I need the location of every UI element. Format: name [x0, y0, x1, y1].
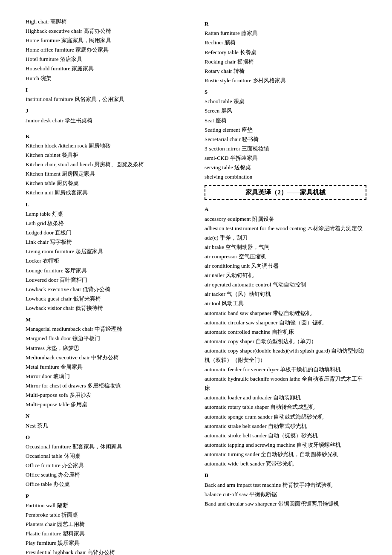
list-item: Lowback executive chair 低背办公椅	[26, 285, 187, 294]
list-item: Occasional furniture 配套家具，休闲家具	[26, 442, 187, 451]
list-item: air operated automatic control 气动自动控制	[205, 280, 366, 289]
list-item: automatic loader and unloader 自动装卸机	[205, 393, 366, 402]
list-item: Kitchen block /kitchen rock 厨房地砖	[26, 141, 187, 150]
list-item: Highback executive chair 高背办公椅	[26, 26, 187, 36]
section-letter: B	[205, 470, 366, 480]
list-item: Kitchen fitment 厨房固定家具	[26, 169, 187, 179]
list-item: automatic wide-belt sander 宽带砂光机	[205, 459, 366, 468]
list-item: automatic feeder for veneer dryer 单板干燥机的…	[205, 365, 366, 374]
list-item: Lath grid 板条格	[26, 219, 187, 228]
list-item: automatic circular saw sharpener 自动锉（圆）锯…	[205, 318, 366, 327]
section-letter: P	[26, 491, 187, 501]
list-item: Hutch 碗架	[26, 74, 187, 83]
list-item: Mirror door 玻璃门	[26, 372, 187, 381]
list-item: Multi-purpose table 多用桌	[26, 400, 187, 409]
list-item: automatic turning sander 全自动砂光机，自动圆棒砂光机	[205, 450, 366, 459]
list-item: air brake 空气制动器，气闸	[205, 243, 366, 252]
list-item: automatic copy shaper(double heads)(with…	[205, 346, 366, 365]
right-column: RRattan furniture 藤家具Recliner 躺椅Refector…	[205, 17, 366, 555]
list-item: Play furniture 娱乐家具	[26, 538, 187, 548]
section-letter: K	[26, 131, 187, 141]
list-item: air conditioning unit 风向调节器	[205, 261, 366, 271]
list-item: Kitchen cabinet 餐具柜	[26, 150, 187, 160]
list-item: balance cut-off saw 平衡截断锯	[205, 490, 366, 499]
list-item: Seating element 座垫	[205, 125, 366, 135]
section-letter: O	[26, 432, 187, 442]
list-item: Managerial mediumback chair 中背经理椅	[26, 324, 187, 334]
list-item: Screen 屏风	[205, 106, 366, 116]
list-item: Institutional furniture 风俗家具，公用家具	[26, 95, 187, 104]
list-item: Mirror for chest of drawers 多屉柜梳妆镜	[26, 381, 187, 390]
list-item: Rocking chair 摇摆椅	[205, 57, 366, 66]
list-item: Link chair 写字板椅	[26, 237, 187, 247]
list-item: Presidential highback chair 高背办公椅	[26, 548, 187, 555]
list-item: Hotel furniture 酒店家具	[26, 55, 187, 64]
list-item: Lamp table 灯桌	[26, 209, 187, 219]
list-item: Lowback visitor chair 低背接待椅	[26, 304, 187, 313]
list-item: Junior desk chair 学生书桌椅	[26, 116, 187, 125]
section-box-title: 家具英译（2）——家具机械	[205, 185, 366, 200]
list-item: Kitchen chair, stool and bench 厨房椅、圆凳及条椅	[26, 160, 187, 169]
list-item: air nailer 风动钉钉机	[205, 271, 366, 280]
list-item: shelving combination	[205, 172, 366, 182]
list-item: automatic strake belt sander 自动带式砂光机	[205, 422, 366, 431]
list-item: air tool 风动工具	[205, 299, 366, 308]
list-item: Nest 茶几	[26, 421, 187, 431]
list-item: Lowback guest chair 低背来宾椅	[26, 294, 187, 304]
list-item: Rotary chair 转椅	[205, 66, 366, 76]
list-item: automatic band saw sharpener 带锯自动锉锯机	[205, 309, 366, 318]
list-item: adhesion test instrument for the wood co…	[205, 224, 366, 233]
list-item: Margined flush door 镶边平板门	[26, 334, 187, 343]
section-letter: J	[26, 106, 187, 116]
list-item: Multi-purpose sofa 多用沙发	[26, 390, 187, 400]
list-item: Household furniture 家庭家具	[26, 64, 187, 73]
list-item: Occasional table 休闲桌	[26, 451, 187, 461]
section-letter: L	[26, 199, 187, 209]
section-letter: S	[205, 87, 366, 97]
list-item: High chair 高脚椅	[26, 17, 187, 26]
list-item: Pembroke table 折面桌	[26, 510, 187, 520]
list-item: Office seating 办公座椅	[26, 470, 187, 480]
list-item: Home furniture 家庭家具，民用家具	[26, 36, 187, 45]
list-item: accessory equipment 附属设备	[205, 214, 366, 224]
section-letter: N	[26, 411, 187, 421]
list-item: serving table 送餐桌	[205, 163, 366, 172]
page-wrapper: High chair 高脚椅Highback executive chair 高…	[26, 17, 366, 555]
list-item: Band and circular saw sharpener 带锯圆面积锯两用…	[205, 499, 366, 509]
list-item: air compressor 空气压缩机	[205, 252, 366, 261]
list-item: Living room furniture 起居室家具	[26, 247, 187, 256]
list-item: automatic stroke belt sander 自动（抚摸）砂光机	[205, 431, 366, 440]
list-item: Seat 座椅	[205, 116, 366, 125]
section-letter: A	[205, 204, 366, 214]
list-item: Refectory table 长餐桌	[205, 48, 366, 57]
list-item: Louvered door 百叶窗柜门	[26, 275, 187, 285]
list-item: automatic hydraulic backnife wooden lath…	[205, 374, 366, 393]
list-item: Ledged door 直板门	[26, 228, 187, 237]
list-item: Locker 衣帽柜	[26, 256, 187, 266]
list-item: Rattan furniture 藤家具	[205, 29, 366, 38]
list-item: automatic tapping and screwing machine 自…	[205, 440, 366, 450]
list-item: semi-CKD 半拆装家具	[205, 153, 366, 163]
section-letter: I	[26, 85, 187, 95]
list-item: Metal furniture 金属家具	[26, 362, 187, 372]
list-item: automatic rotary table shaper 自动转台式成型机	[205, 402, 366, 412]
list-item: 3-section mirror 三面梳妆镜	[205, 144, 366, 153]
list-item: air tacker 气（风）动钉钉机	[205, 289, 366, 299]
section-letter: R	[205, 19, 366, 29]
list-item: automatic controlled machine 自控机床	[205, 327, 366, 337]
list-item: Kitchen table 厨房餐桌	[26, 179, 187, 188]
list-item: Kitchen unit 厨房成套家具	[26, 188, 187, 197]
list-item: Mediumback executive chair 中背办公椅	[26, 353, 187, 362]
list-item: Rustic style furniture 乡村风格家具	[205, 76, 366, 85]
list-item: automatic sponge drum sander 自动鼓式海绵砂光机	[205, 412, 366, 422]
list-item: Lounge furniture 客厅家具	[26, 266, 187, 275]
left-column: High chair 高脚椅Highback executive chair 高…	[26, 17, 187, 555]
list-item: Plastic furniture 塑料家具	[26, 529, 187, 538]
page-content: High chair 高脚椅Highback executive chair 高…	[26, 17, 366, 555]
blank-line	[26, 125, 187, 130]
list-item: Recliner 躺椅	[205, 38, 366, 47]
list-item: adz(e) 手斧，刮刀	[205, 233, 366, 243]
list-item: Office table 办公桌	[26, 480, 187, 489]
list-item: School table 课桌	[205, 97, 366, 106]
list-item: Partition wall 隔断	[26, 501, 187, 510]
